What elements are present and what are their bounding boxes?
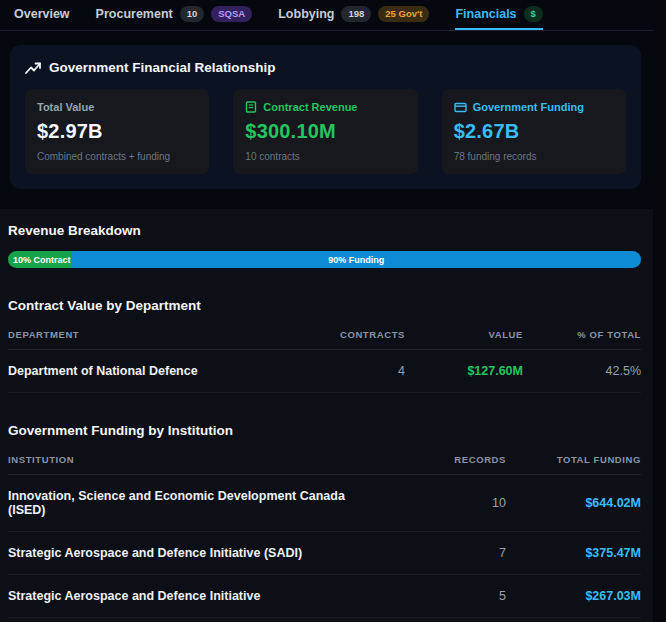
col-institution: INSTITUTION — [8, 444, 381, 475]
tab-financials-label: Financials — [455, 7, 516, 21]
funding-segment: 90% Funding — [71, 251, 641, 268]
col-total-funding: TOTAL FUNDING — [506, 444, 641, 475]
card-title-row: Government Financial Relationship — [25, 60, 626, 75]
funding-table: INSTITUTION RECORDS TOTAL FUNDING Innova… — [8, 444, 641, 618]
govt-count-badge: 25 Gov't — [378, 6, 429, 22]
table-row: Innovation, Science and Economic Develop… — [8, 475, 641, 532]
tab-procurement[interactable]: Procurement 10 SQSA — [96, 0, 253, 30]
stat-contract-revenue-labelrow: Contract Revenue — [245, 101, 405, 113]
card-title: Government Financial Relationship — [49, 60, 276, 75]
dollar-badge: $ — [524, 6, 543, 22]
financial-relationship-card: Government Financial Relationship Total … — [10, 45, 641, 189]
main-content: Revenue Breakdown 10% Contracts 90% Fund… — [0, 209, 666, 618]
trending-up-icon — [25, 61, 41, 75]
stat-government-funding-amount: $2.67B — [454, 120, 614, 143]
stat-total-value: Total Value $2.97B Combined contracts + … — [25, 89, 209, 174]
records-count: 10 — [381, 475, 506, 532]
lobbying-count-badge: 198 — [341, 6, 371, 22]
tab-lobbying-label: Lobbying — [278, 7, 334, 21]
funding-table-header-row: INSTITUTION RECORDS TOTAL FUNDING — [8, 444, 641, 475]
stat-total-value-amount: $2.97B — [37, 120, 197, 143]
stat-government-funding-labelrow: Government Funding — [454, 101, 614, 113]
table-row: Strategic Aerospace and Defence Initiati… — [8, 575, 641, 618]
stat-total-value-sub: Combined contracts + funding — [37, 151, 197, 162]
receipt-icon — [245, 101, 257, 113]
revenue-breakdown-title: Revenue Breakdown — [8, 223, 641, 238]
contracts-segment: 10% Contracts — [8, 251, 71, 268]
institution-name: Innovation, Science and Economic Develop… — [8, 475, 381, 532]
contracts-segment-label: 10% Contracts — [13, 255, 76, 265]
col-contracts: CONTRACTS — [295, 319, 405, 350]
institution-name: Strategic Aerospace and Defence Initiati… — [8, 532, 381, 575]
tab-financials[interactable]: Financials $ — [455, 0, 542, 30]
sqsa-badge: SQSA — [211, 6, 252, 22]
stats-row: Total Value $2.97B Combined contracts + … — [25, 89, 626, 174]
col-department: DEPARTMENT — [8, 319, 295, 350]
stat-contract-revenue-label: Contract Revenue — [263, 101, 357, 113]
stat-government-funding: Government Funding $2.67B 78 funding rec… — [442, 89, 626, 174]
stat-government-funding-sub: 78 funding records — [454, 151, 614, 162]
stat-government-funding-label: Government Funding — [473, 101, 584, 113]
table-row: Strategic Aerospace and Defence Initiati… — [8, 532, 641, 575]
tab-overview[interactable]: Overview — [14, 0, 70, 30]
stat-total-value-label: Total Value — [37, 101, 197, 113]
department-name: Department of National Defence — [8, 350, 295, 393]
records-count: 7 — [381, 532, 506, 575]
top-section: Overview Procurement 10 SQSA Lobbying 19… — [0, 0, 666, 209]
records-count: 5 — [381, 575, 506, 618]
revenue-breakdown-bar: 10% Contracts 90% Funding — [8, 251, 641, 268]
tab-bar: Overview Procurement 10 SQSA Lobbying 19… — [0, 0, 666, 31]
funding-segment-label: 90% Funding — [328, 255, 384, 265]
pct-of-total: 42.5% — [523, 350, 641, 393]
tab-overview-label: Overview — [14, 7, 70, 21]
stat-contract-revenue: Contract Revenue $300.10M 10 contracts — [233, 89, 417, 174]
contracts-count: 4 — [295, 350, 405, 393]
tab-lobbying[interactable]: Lobbying 198 25 Gov't — [278, 0, 429, 30]
procurement-count-badge: 10 — [180, 6, 205, 22]
total-funding: $644.02M — [506, 475, 641, 532]
contracts-table: DEPARTMENT CONTRACTS VALUE % OF TOTAL De… — [8, 319, 641, 393]
scrollbar[interactable] — [653, 0, 666, 622]
col-pct-of-total: % OF TOTAL — [523, 319, 641, 350]
total-funding: $267.03M — [506, 575, 641, 618]
table-row: Department of National Defence 4 $127.60… — [8, 350, 641, 393]
stat-contract-revenue-amount: $300.10M — [245, 120, 405, 143]
col-records: RECORDS — [381, 444, 506, 475]
institution-name: Strategic Aerospace and Defence Initiati… — [8, 575, 381, 618]
contract-value: $127.60M — [405, 350, 523, 393]
bank-card-icon — [454, 102, 467, 113]
contracts-table-title: Contract Value by Department — [8, 298, 641, 313]
total-funding: $375.47M — [506, 532, 641, 575]
tab-procurement-label: Procurement — [96, 7, 173, 21]
contracts-table-header-row: DEPARTMENT CONTRACTS VALUE % OF TOTAL — [8, 319, 641, 350]
funding-table-title: Government Funding by Institution — [8, 423, 641, 438]
col-value: VALUE — [405, 319, 523, 350]
stat-contract-revenue-sub: 10 contracts — [245, 151, 405, 162]
